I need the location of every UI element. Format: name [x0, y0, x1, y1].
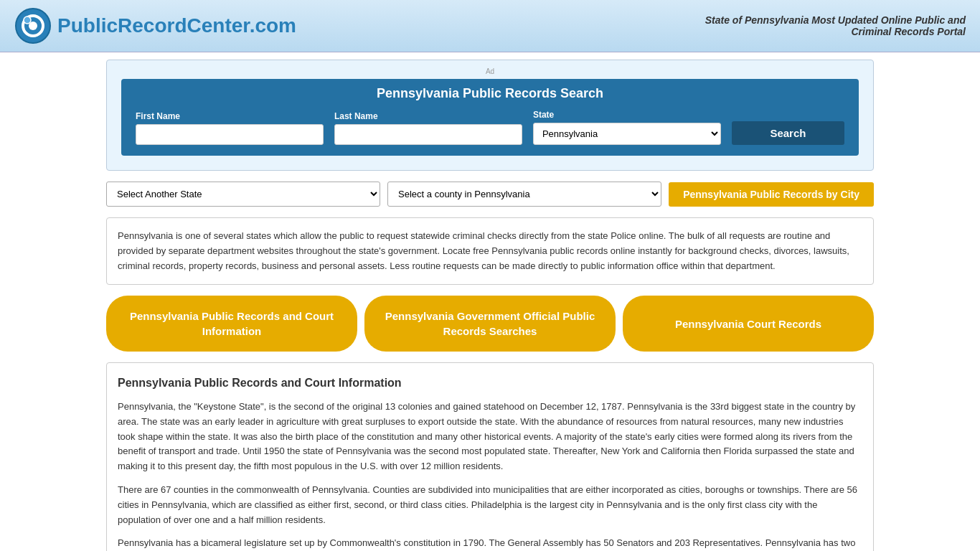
- state-select[interactable]: Pennsylvania Alabama Alaska Arizona: [533, 123, 721, 145]
- search-button[interactable]: Search: [732, 121, 844, 145]
- last-name-input[interactable]: [334, 124, 522, 145]
- first-name-field-group: First Name: [136, 111, 324, 145]
- city-records-button[interactable]: Pennsylvania Public Records by City: [669, 182, 874, 207]
- logo-icon: [14, 7, 52, 44]
- logo-area: PublicRecordCenter.com: [14, 7, 296, 44]
- state-label: State: [533, 110, 721, 120]
- content-area: Pennsylvania Public Records and Court In…: [106, 362, 874, 551]
- nav-buttons: Pennsylvania Public Records and Court In…: [106, 296, 874, 352]
- search-fields: First Name Last Name State Pennsylvania …: [136, 110, 844, 145]
- content-para-3: Pennsylvania has a bicameral legislature…: [118, 536, 862, 551]
- nav-btn-public-records[interactable]: Pennsylvania Public Records and Court In…: [106, 296, 357, 352]
- first-name-label: First Name: [136, 111, 324, 121]
- nav-btn-government-records[interactable]: Pennsylvania Government Official Public …: [364, 296, 616, 352]
- header-tagline: State of Pennsylvania Most Updated Onlin…: [705, 14, 966, 37]
- content-title: Pennsylvania Public Records and Court In…: [118, 374, 862, 392]
- description-text: Pennsylvania is one of several states wh…: [118, 229, 862, 273]
- description-box: Pennsylvania is one of several states wh…: [106, 217, 874, 285]
- main-content: Ad Pennsylvania Public Records Search Fi…: [95, 52, 885, 551]
- search-button-group: Search: [732, 121, 844, 145]
- content-para-2: There are 67 counties in the commonwealt…: [118, 483, 862, 527]
- first-name-input[interactable]: [136, 124, 324, 145]
- logo-text: PublicRecordCenter.com: [57, 14, 296, 37]
- state-dropdown[interactable]: Select Another State Alabama Alaska Ariz…: [106, 182, 380, 207]
- ad-box: Ad Pennsylvania Public Records Search Fi…: [106, 60, 874, 171]
- header: PublicRecordCenter.com State of Pennsylv…: [0, 0, 980, 52]
- content-para-1: Pennsylvania, the "Keystone State", is t…: [118, 400, 862, 474]
- dropdowns-row: Select Another State Alabama Alaska Ariz…: [106, 182, 874, 207]
- last-name-field-group: Last Name: [334, 111, 522, 145]
- search-form: Pennsylvania Public Records Search First…: [121, 79, 859, 156]
- county-dropdown[interactable]: Select a county in Pennsylvania Adams Al…: [387, 182, 661, 207]
- svg-point-3: [24, 17, 31, 24]
- nav-btn-court-records[interactable]: Pennsylvania Court Records: [623, 296, 874, 352]
- ad-label: Ad: [121, 67, 859, 75]
- search-form-title: Pennsylvania Public Records Search: [136, 86, 844, 101]
- last-name-label: Last Name: [334, 111, 522, 121]
- state-field-group: State Pennsylvania Alabama Alaska Arizon…: [533, 110, 721, 145]
